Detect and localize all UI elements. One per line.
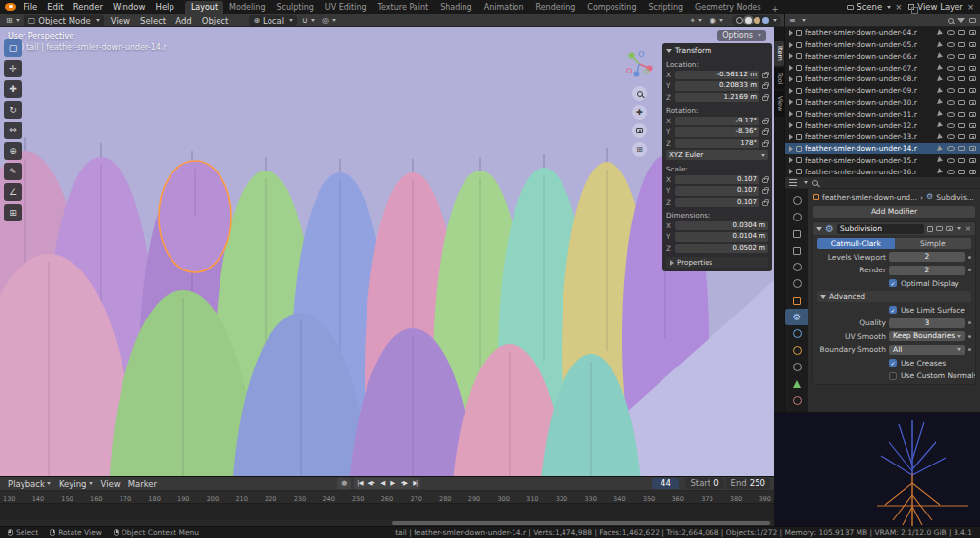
- rotation-x-field[interactable]: -9.17°: [675, 117, 760, 126]
- add-cube-tool-button[interactable]: ⊞: [4, 204, 22, 221]
- rotation-z-field[interactable]: 178°: [675, 139, 760, 149]
- render-disable-toggle-icon[interactable]: [969, 100, 976, 105]
- render-disable-toggle-icon[interactable]: [969, 88, 976, 93]
- workspace-tab-modeling[interactable]: Modeling: [223, 1, 270, 14]
- select-box-tool-button[interactable]: ▢: [4, 39, 22, 57]
- add-modifier-button[interactable]: Add Modifier: [813, 206, 975, 218]
- expand-icon[interactable]: [789, 111, 793, 117]
- use-creases-checkbox[interactable]: [889, 359, 897, 367]
- dimensions-x-field[interactable]: 0.0304 m: [675, 221, 768, 231]
- outliner-item[interactable]: feather-smler-down-under-15.r: [785, 154, 980, 166]
- visibility-toggle-icon[interactable]: [947, 134, 955, 139]
- viewport-disable-toggle-icon[interactable]: [958, 146, 965, 151]
- outliner-item[interactable]: feather-smler-down-under-08.r: [785, 73, 980, 85]
- expand-icon[interactable]: [789, 157, 793, 163]
- visibility-toggle-icon[interactable]: [947, 76, 955, 81]
- properties-tab-constraints[interactable]: [785, 359, 808, 375]
- outliner-item[interactable]: feather-smler-down-under-09.r: [785, 85, 980, 97]
- expand-icon[interactable]: [789, 53, 793, 59]
- properties-tab-view-layer[interactable]: [785, 242, 808, 259]
- proportional-editing-button[interactable]: ◎: [319, 16, 339, 24]
- edit-mode-display-toggle[interactable]: [927, 226, 933, 232]
- visibility-toggle-icon[interactable]: [947, 66, 955, 71]
- render-disable-toggle-icon[interactable]: [969, 123, 976, 128]
- sidebar-tab-item[interactable]: Item: [774, 41, 784, 66]
- selectable-toggle-icon[interactable]: [937, 99, 944, 106]
- transport-prev-keyframe-button[interactable]: ◀•: [365, 478, 377, 489]
- viewport-disable-toggle-icon[interactable]: [958, 76, 965, 81]
- visibility-toggle-icon[interactable]: [947, 30, 955, 35]
- location-y-field[interactable]: 0.20833 m: [675, 81, 760, 91]
- measure-tool-button[interactable]: ∠: [4, 183, 22, 201]
- snap-toggle-button[interactable]: ∪: [299, 16, 318, 24]
- selectable-toggle-icon[interactable]: [937, 87, 944, 94]
- workspace-tab-geometry-nodes[interactable]: Geometry Nodes: [689, 1, 766, 14]
- selectable-toggle-icon[interactable]: [937, 157, 944, 164]
- visibility-toggle-icon[interactable]: [947, 42, 955, 47]
- transform-orientation-dropdown[interactable]: ⊕ Local: [249, 15, 297, 26]
- workspace-tab-scripting[interactable]: Scripting: [643, 1, 690, 14]
- annotate-tool-button[interactable]: ✎: [4, 163, 22, 180]
- visibility-toggle-icon[interactable]: [947, 170, 955, 174]
- add-workspace-button[interactable]: +: [767, 4, 784, 14]
- selectable-toggle-icon[interactable]: [937, 53, 944, 60]
- rotation-mode-dropdown[interactable]: XYZ Euler: [666, 150, 768, 160]
- viewport-disable-toggle-icon[interactable]: [958, 42, 965, 47]
- rotate-tool-button[interactable]: ↻: [4, 101, 22, 119]
- outliner-item[interactable]: feather-smler-down-under-06.r: [785, 51, 980, 63]
- lock-icon[interactable]: [762, 201, 768, 206]
- animate-property-dot[interactable]: [968, 348, 971, 351]
- menu-render[interactable]: Render: [69, 2, 108, 12]
- workspace-tab-animation[interactable]: Animation: [478, 1, 530, 14]
- mode-dropdown[interactable]: ▢ Object Mode: [24, 15, 104, 26]
- advanced-subpanel-header[interactable]: Advanced: [817, 291, 971, 302]
- visibility-toggle-icon[interactable]: [947, 54, 955, 59]
- visibility-toggle-icon[interactable]: [947, 100, 955, 105]
- timeline-ruler[interactable]: 1301401501601701801902002102202302402502…: [0, 491, 774, 503]
- expand-icon[interactable]: [789, 122, 793, 128]
- timeline-menu-keying[interactable]: Keying: [55, 479, 97, 489]
- view-layer-selector[interactable]: View Layer ×: [908, 2, 975, 12]
- lock-icon[interactable]: [762, 130, 768, 135]
- modifier-name-field[interactable]: Subdivision: [837, 224, 924, 234]
- editor-type-button[interactable]: ⊞: [3, 16, 23, 24]
- rendered-shading-button[interactable]: [762, 17, 769, 24]
- dimensions-z-field[interactable]: 0.0502 m: [675, 244, 768, 254]
- frame-end-field[interactable]: End 250: [726, 478, 770, 489]
- properties-tab-world[interactable]: [785, 275, 808, 292]
- viewport-disable-toggle-icon[interactable]: [958, 30, 965, 35]
- scale-tool-button[interactable]: ⇔: [4, 122, 22, 139]
- expand-icon[interactable]: [789, 42, 793, 48]
- properties-tab-object-data[interactable]: [785, 375, 808, 392]
- selectable-toggle-icon[interactable]: [937, 133, 944, 140]
- sidebar-tab-view[interactable]: View: [774, 91, 784, 116]
- render-disable-toggle-icon[interactable]: [969, 146, 976, 151]
- location-z-field[interactable]: 1.2169 m: [675, 93, 760, 103]
- render-disable-toggle-icon[interactable]: [969, 42, 976, 47]
- auto-keying-button[interactable]: ●: [337, 478, 351, 489]
- viewport-menu-add[interactable]: Add: [171, 16, 196, 25]
- selectable-toggle-icon[interactable]: [937, 111, 944, 118]
- properties-tab-scene[interactable]: [785, 259, 808, 275]
- unlink-view-layer-button[interactable]: ×: [966, 2, 975, 12]
- cursor-tool-button[interactable]: ✛: [4, 60, 22, 77]
- viewport-menu-select[interactable]: Select: [135, 16, 171, 25]
- properties-tab-modifiers[interactable]: ⚙: [785, 309, 808, 325]
- workspace-tab-texture-paint[interactable]: Texture Paint: [372, 1, 435, 14]
- render-disable-toggle-icon[interactable]: [969, 66, 976, 71]
- render-disable-toggle-icon[interactable]: [969, 76, 976, 81]
- outliner-item[interactable]: feather-smler-down-under-05.r: [785, 39, 980, 51]
- render-disable-toggle-icon[interactable]: [969, 170, 976, 174]
- timeline-track[interactable]: [0, 503, 774, 520]
- blender-logo-icon[interactable]: [5, 3, 16, 11]
- render-display-toggle[interactable]: [946, 226, 953, 231]
- selectable-toggle-icon[interactable]: [937, 145, 944, 152]
- zoom-button[interactable]: [632, 86, 647, 101]
- viewport-disable-toggle-icon[interactable]: [958, 170, 965, 174]
- options-dropdown[interactable]: Options: [717, 30, 766, 41]
- properties-collapsed-panel[interactable]: Properties: [666, 257, 768, 268]
- transform-tool-button[interactable]: ⊕: [4, 142, 22, 160]
- selectable-toggle-icon[interactable]: [937, 168, 944, 174]
- visibility-toggle-icon[interactable]: [947, 112, 955, 117]
- workspace-tab-rendering[interactable]: Rendering: [529, 1, 581, 14]
